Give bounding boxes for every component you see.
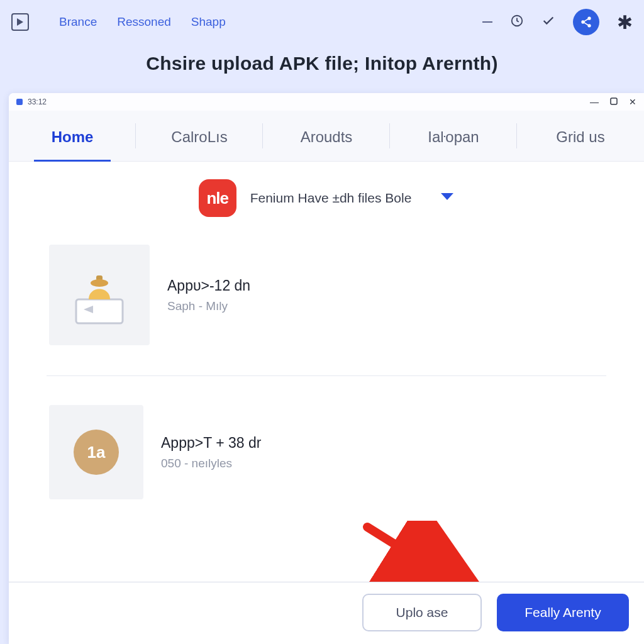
item-thumbnail: 1a [49, 405, 143, 499]
title-time: 33:12 [28, 97, 47, 106]
item-info: Appυ>-12 dn Saph - Mıly [167, 277, 250, 313]
window-controls: — ✕ [590, 97, 636, 107]
item-subtitle: 050 - neılyles [161, 457, 261, 470]
clock-icon[interactable] [510, 14, 524, 30]
window-maximize-icon[interactable] [610, 97, 618, 107]
svg-marker-6 [441, 193, 453, 200]
project-selector[interactable]: nle Fenium Have ±dh files Bole [9, 162, 644, 236]
primary-action-button[interactable]: Feally Arenty [497, 594, 629, 631]
tab-iatopan[interactable]: Iaŀopan [390, 111, 517, 161]
svg-point-2 [588, 17, 591, 19]
page-title: Chsire upload APK file; Initop Arernth) [0, 53, 644, 74]
top-link-brance[interactable]: Brance [59, 15, 97, 29]
item-title: Appυ>-12 dn [167, 277, 250, 294]
tab-home-label: Home [52, 128, 94, 145]
minimize-icon[interactable] [482, 21, 492, 23]
check-icon[interactable] [541, 14, 555, 30]
chevron-down-icon [440, 192, 454, 204]
tab-aroudts[interactable]: Aroudts [263, 111, 390, 161]
top-links: Brance Ressoned Shapp [59, 15, 226, 29]
svg-point-3 [582, 21, 584, 23]
project-label: Fenium Have ±dh files Bole [250, 191, 412, 206]
top-link-ressoned[interactable]: Ressoned [117, 15, 171, 29]
inner-window: 33:12 — ✕ Home CalroLıs Aroudts Iaŀopan … [9, 93, 644, 644]
tab-gridus-label: Grid us [556, 128, 604, 145]
svg-point-4 [588, 25, 591, 27]
title-bar: 33:12 — ✕ [9, 93, 644, 111]
upload-button[interactable]: Uplo ase [362, 594, 482, 631]
tab-aroudts-label: Aroudts [301, 128, 353, 145]
tab-home[interactable]: Home [9, 111, 136, 161]
tab-calrolis[interactable]: CalroLıs [136, 111, 263, 161]
item-subtitle: Saph - Mıly [167, 299, 250, 313]
top-link-shapp[interactable]: Shapp [191, 15, 226, 29]
tab-iatopan-label: Iaŀopan [428, 128, 479, 145]
apk-list: Appυ>-12 dn Saph - Mıly 1a Appp>T + 38 d… [9, 236, 644, 525]
item-info: Appp>T + 38 dr 050 - neılyles [161, 435, 261, 470]
list-item[interactable]: 1a Appp>T + 38 dr 050 - neılyles [9, 376, 644, 525]
top-bar: Brance Ressoned Shapp ✱ [0, 0, 644, 42]
play-icon[interactable] [11, 13, 29, 31]
top-right: ✱ [482, 9, 633, 35]
list-item[interactable]: Appυ>-12 dn Saph - Mıly [9, 236, 644, 375]
svg-rect-5 [611, 98, 617, 104]
svg-line-12 [367, 527, 468, 590]
window-close-icon[interactable]: ✕ [629, 97, 636, 107]
svg-rect-7 [76, 299, 123, 323]
badge-icon: 1a [74, 430, 119, 475]
svg-marker-0 [17, 18, 23, 26]
action-bar: Uplo ase Feally Arenty [9, 582, 644, 644]
item-title: Appp>T + 38 dr [161, 435, 261, 452]
app-icon [16, 99, 23, 105]
window-minimize-icon[interactable]: — [590, 97, 599, 107]
asterisk-icon[interactable]: ✱ [617, 11, 633, 33]
share-button[interactable] [573, 9, 599, 35]
tabs: Home CalroLıs Aroudts Iaŀopan Grid us [9, 111, 644, 162]
item-thumbnail [49, 245, 150, 345]
tab-gridus[interactable]: Grid us [517, 111, 644, 161]
svg-point-10 [91, 279, 108, 287]
tab-calrolis-label: CalroLıs [171, 128, 227, 145]
project-badge: nle [199, 179, 236, 217]
